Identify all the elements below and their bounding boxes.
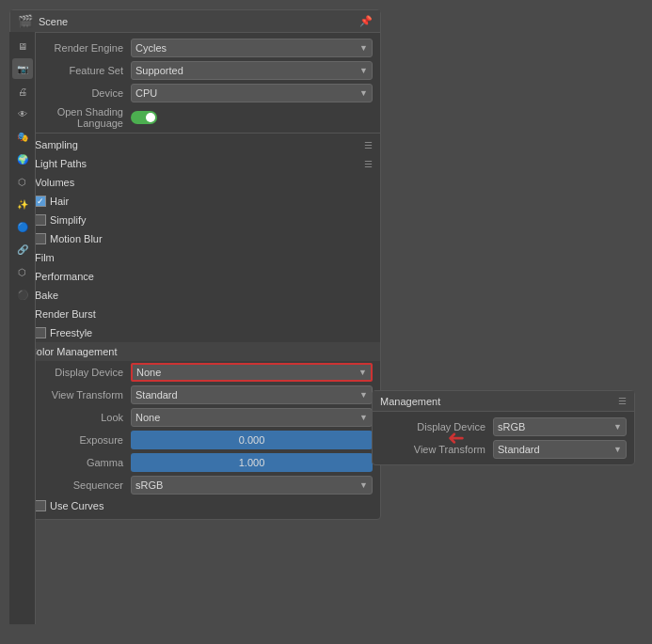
chevron-down-icon: ▼: [359, 88, 368, 98]
motion-blur-checkbox[interactable]: [35, 233, 46, 244]
view-transform-row: View Transform Standard ▼: [10, 384, 380, 406]
menu-icon: ☰: [364, 140, 373, 150]
gamma-field[interactable]: 1.000: [131, 453, 373, 472]
use-curves-section[interactable]: ▶ Use Curves: [10, 496, 380, 515]
sequencer-select[interactable]: sRGB ▼: [131, 476, 373, 495]
render-burst-section[interactable]: ▶ Render Burst: [10, 305, 380, 323]
light-paths-label: Light Paths: [35, 158, 87, 169]
view-transform-select[interactable]: Standard ▼: [131, 385, 373, 404]
device-select[interactable]: CPU ▼: [131, 84, 373, 102]
exposure-row: Exposure 0.000: [10, 429, 380, 451]
look-select[interactable]: None ▼: [131, 408, 373, 427]
chevron-down-icon: ▼: [613, 445, 622, 454]
display-device-row: Display Device None ▼: [10, 361, 380, 384]
display-device-select[interactable]: None ▼: [131, 363, 373, 382]
sampling-section[interactable]: ▶ Sampling ☰: [10, 135, 380, 154]
performance-section[interactable]: ▶ Performance: [10, 267, 380, 286]
content-area: Render Engine Cycles ▼ Feature Set Suppo…: [10, 33, 380, 519]
light-paths-section[interactable]: ▶ Light Paths ☰: [10, 154, 380, 173]
panel-header: 🎬 Scene 📌: [10, 10, 380, 33]
simplify-checkbox[interactable]: [35, 214, 46, 226]
motion-blur-label: Motion Blur: [50, 233, 103, 244]
sidebar-icon-constraints[interactable]: 🔗: [12, 239, 33, 259]
chevron-down-icon: ▼: [359, 413, 368, 422]
popup-display-device-label: Display Device: [380, 421, 493, 432]
chevron-down-icon: ▼: [359, 390, 368, 400]
chevron-down-icon: ▼: [359, 43, 368, 53]
toggle-knob: [146, 113, 155, 122]
hair-section[interactable]: ▶ ✓ Hair: [10, 192, 380, 211]
render-engine-row: Render Engine Cycles ▼: [10, 37, 380, 59]
shading-toggle[interactable]: [131, 111, 157, 124]
render-burst-label: Render Burst: [35, 308, 96, 320]
film-label: Film: [35, 252, 55, 263]
color-management-label: Color Management: [29, 346, 118, 357]
sampling-label: Sampling: [35, 139, 78, 150]
use-curves-label: Use Curves: [50, 500, 103, 511]
sidebar-icon-output[interactable]: 🖨: [12, 81, 33, 102]
sidebar-icon-camera[interactable]: 📷: [12, 58, 33, 79]
scene-icon: 🎬: [18, 14, 33, 28]
performance-label: Performance: [35, 271, 94, 282]
freestyle-section[interactable]: ▶ Freestyle: [10, 323, 380, 342]
popup-panel: Management ☰ Display Device sRGB ▼ View …: [372, 390, 635, 465]
device-row: Device CPU ▼: [10, 82, 380, 104]
red-arrow: ➜: [448, 426, 465, 450]
look-row: Look None ▼: [10, 406, 380, 429]
bake-label: Bake: [35, 290, 58, 301]
popup-content: Display Device sRGB ▼ View Transform Sta…: [373, 412, 634, 464]
sequencer-row: Sequencer sRGB ▼: [10, 474, 380, 496]
hair-label: Hair: [50, 196, 69, 207]
use-curves-checkbox[interactable]: [35, 500, 46, 511]
pin-icon[interactable]: 📌: [359, 15, 373, 27]
popup-view-transform-select[interactable]: Standard ▼: [493, 440, 627, 459]
bake-section[interactable]: ▶ Bake: [10, 286, 380, 305]
menu-icon: ☰: [364, 159, 373, 169]
main-panel: 🎬 Scene 📌 Render Engine Cycles ▼ Feature…: [9, 9, 381, 520]
sidebar-icon-scene[interactable]: 🎭: [12, 126, 33, 147]
sidebar-icon-render[interactable]: 🖥: [12, 36, 33, 56]
volumes-label: Volumes: [35, 177, 74, 188]
chevron-down-icon: ▼: [358, 368, 367, 377]
simplify-section[interactable]: ▶ Simplify: [10, 211, 380, 229]
feature-set-select[interactable]: Supported ▼: [131, 61, 373, 80]
simplify-label: Simplify: [50, 214, 87, 226]
popup-view-transform-label: View Transform: [380, 444, 493, 455]
chevron-down-icon: ▼: [359, 66, 368, 75]
panel-title: Scene: [39, 16, 68, 27]
popup-header: Management ☰: [373, 391, 634, 412]
feature-set-row: Feature Set Supported ▼: [10, 59, 380, 82]
motion-blur-section[interactable]: ▶ Motion Blur: [10, 229, 380, 248]
sidebar-icon-data[interactable]: ⬡: [12, 261, 33, 282]
popup-display-device-select[interactable]: sRGB ▼: [493, 417, 627, 436]
sidebar-icon-object[interactable]: ⬡: [12, 171, 33, 192]
sidebar-icon-material[interactable]: ⚫: [12, 284, 33, 305]
film-section[interactable]: ▶ Film: [10, 248, 380, 267]
popup-view-transform-row: View Transform Standard ▼: [373, 438, 634, 461]
chevron-down-icon: ▼: [359, 480, 368, 490]
sidebar-icon-view[interactable]: 👁: [12, 103, 33, 124]
color-management-header[interactable]: ▼ Color Management: [10, 342, 380, 361]
popup-display-device-row: Display Device sRGB ▼: [373, 416, 634, 438]
shading-language-row: Open Shading Language: [10, 104, 380, 131]
gamma-row: Gamma 1.000: [10, 451, 380, 474]
exposure-field[interactable]: 0.000: [131, 431, 373, 449]
freestyle-label: Freestyle: [50, 327, 92, 338]
popup-menu-icon[interactable]: ☰: [618, 396, 627, 406]
sidebar-icon-world[interactable]: 🌍: [12, 149, 33, 169]
render-engine-select[interactable]: Cycles ▼: [131, 39, 373, 57]
sidebar: 🖥 📷 🖨 👁 🎭 🌍 ⬡ ✨ 🔵 🔗 ⬡ ⚫: [9, 32, 36, 624]
sidebar-icon-physics[interactable]: 🔵: [12, 216, 33, 237]
freestyle-checkbox[interactable]: [35, 327, 46, 338]
sidebar-icon-particles[interactable]: ✨: [12, 194, 33, 214]
chevron-down-icon: ▼: [613, 422, 622, 432]
hair-checkbox[interactable]: ✓: [35, 196, 46, 207]
volumes-section[interactable]: ▶ Volumes: [10, 173, 380, 192]
popup-title: Management: [380, 396, 440, 407]
